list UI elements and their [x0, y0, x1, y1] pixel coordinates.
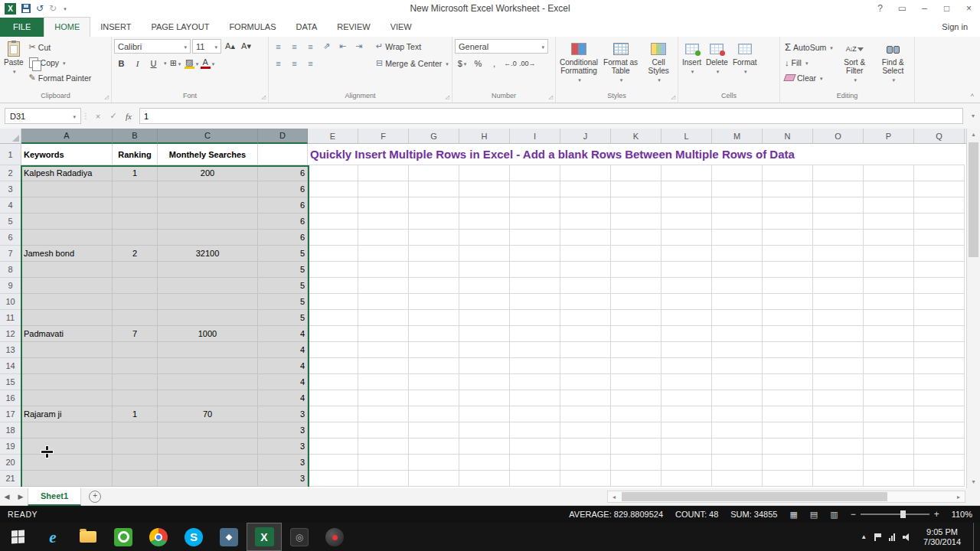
formula-input[interactable]: 1: [139, 108, 963, 124]
cell-M9[interactable]: [712, 278, 763, 294]
cell-P4[interactable]: [864, 197, 914, 214]
cell-O11[interactable]: [813, 310, 864, 326]
percent-button[interactable]: %: [471, 56, 485, 70]
cell-N9[interactable]: [763, 278, 813, 294]
cell-L20[interactable]: [662, 455, 712, 471]
cell-B7[interactable]: 2: [113, 246, 158, 262]
column-header-C[interactable]: C: [158, 129, 258, 144]
cell-C11[interactable]: [158, 310, 258, 326]
cell-B4[interactable]: [113, 197, 158, 214]
cell-B17[interactable]: 1: [113, 406, 158, 422]
column-header-B[interactable]: B: [113, 129, 158, 144]
cell-O19[interactable]: [813, 439, 864, 455]
cell-A2[interactable]: Kalpesh Radadiya: [21, 165, 113, 181]
cell-J12[interactable]: [560, 326, 611, 342]
cell-K12[interactable]: [611, 326, 662, 342]
row-header-15[interactable]: 15: [0, 374, 21, 390]
minimize-icon[interactable]: –: [913, 0, 936, 17]
cell-M21[interactable]: [712, 471, 763, 487]
cell-L4[interactable]: [662, 197, 712, 214]
cell-H2[interactable]: [459, 165, 510, 181]
cell-P7[interactable]: [864, 246, 914, 262]
cell-N6[interactable]: [763, 230, 813, 246]
cell-C1[interactable]: Monthely Searches: [158, 144, 258, 165]
cell-A10[interactable]: [21, 294, 113, 310]
cell-J10[interactable]: [560, 294, 611, 310]
cell-I11[interactable]: [510, 310, 560, 326]
name-box[interactable]: D31: [5, 108, 81, 124]
cell-G8[interactable]: [409, 262, 459, 278]
row-header-19[interactable]: 19: [0, 439, 21, 455]
cell-J6[interactable]: [560, 230, 611, 246]
cell-G9[interactable]: [409, 278, 459, 294]
cell-Q1[interactable]: [914, 144, 965, 165]
format-as-table-button[interactable]: Format as Table: [601, 39, 640, 88]
cell-H17[interactable]: [459, 406, 510, 422]
cell-P6[interactable]: [864, 230, 914, 246]
cell-Q21[interactable]: [914, 471, 965, 487]
increase-decimal-button[interactable]: ←.0: [503, 56, 518, 70]
column-header-L[interactable]: L: [662, 129, 712, 144]
cell-A13[interactable]: [21, 342, 113, 358]
cell-styles-button[interactable]: Cell Styles: [642, 39, 675, 88]
cell-E19[interactable]: [308, 439, 358, 455]
cell-J5[interactable]: [560, 214, 611, 230]
cell-H19[interactable]: [459, 439, 510, 455]
cell-P17[interactable]: [864, 406, 914, 422]
cell-J2[interactable]: [560, 165, 611, 181]
cell-G18[interactable]: [409, 422, 459, 439]
cell-L9[interactable]: [662, 278, 712, 294]
cell-A5[interactable]: [21, 214, 113, 230]
cell-H5[interactable]: [459, 214, 510, 230]
tab-formulas[interactable]: FORMULAS: [219, 18, 286, 37]
cell-F2[interactable]: [358, 165, 409, 181]
cell-K21[interactable]: [611, 471, 662, 487]
qat-customize-icon[interactable]: [62, 2, 67, 15]
tab-view[interactable]: VIEW: [381, 18, 422, 37]
cell-D8[interactable]: 5: [258, 262, 308, 278]
cell-P14[interactable]: [864, 358, 914, 374]
cell-J18[interactable]: [560, 422, 611, 439]
row-header-9[interactable]: 9: [0, 278, 21, 294]
cell-L2[interactable]: [662, 165, 712, 181]
cell-I16[interactable]: [510, 390, 560, 406]
tab-home[interactable]: HOME: [44, 17, 90, 37]
cell-F7[interactable]: [358, 246, 409, 262]
row-header-12[interactable]: 12: [0, 326, 21, 342]
cell-Q15[interactable]: [914, 374, 965, 390]
column-header-J[interactable]: J: [560, 129, 611, 144]
cell-E15[interactable]: [308, 374, 358, 390]
cell-C19[interactable]: [158, 439, 258, 455]
cell-A14[interactable]: [21, 358, 113, 374]
cell-N19[interactable]: [763, 439, 813, 455]
cell-L7[interactable]: [662, 246, 712, 262]
zoom-slider-thumb[interactable]: [900, 510, 906, 518]
cell-L19[interactable]: [662, 439, 712, 455]
normal-view-icon[interactable]: ▦: [789, 510, 797, 520]
cell-D7[interactable]: 5: [258, 246, 308, 262]
cell-C9[interactable]: [158, 278, 258, 294]
cell-J13[interactable]: [560, 342, 611, 358]
font-family-select[interactable]: Calibri: [114, 39, 191, 54]
cell-C20[interactable]: [158, 455, 258, 471]
cell-K10[interactable]: [611, 294, 662, 310]
cell-G3[interactable]: [409, 181, 459, 197]
cell-H6[interactable]: [459, 230, 510, 246]
cell-H9[interactable]: [459, 278, 510, 294]
cell-N14[interactable]: [763, 358, 813, 374]
column-header-F[interactable]: F: [358, 129, 409, 144]
cell-F15[interactable]: [358, 374, 409, 390]
cell-O14[interactable]: [813, 358, 864, 374]
cell-G15[interactable]: [409, 374, 459, 390]
row-header-6[interactable]: 6: [0, 230, 21, 246]
ta skbar-internet-explorer[interactable]: [35, 523, 70, 551]
taskbar-excel[interactable]: [247, 523, 282, 551]
cell-O1[interactable]: [813, 144, 864, 165]
scroll-left-icon[interactable]: ◂: [608, 494, 620, 500]
cell-L17[interactable]: [662, 406, 712, 422]
cell-J8[interactable]: [560, 262, 611, 278]
column-header-P[interactable]: P: [864, 129, 914, 144]
cell-A20[interactable]: [21, 455, 113, 471]
cell-Q5[interactable]: [914, 214, 965, 230]
column-header-A[interactable]: A: [21, 129, 113, 144]
